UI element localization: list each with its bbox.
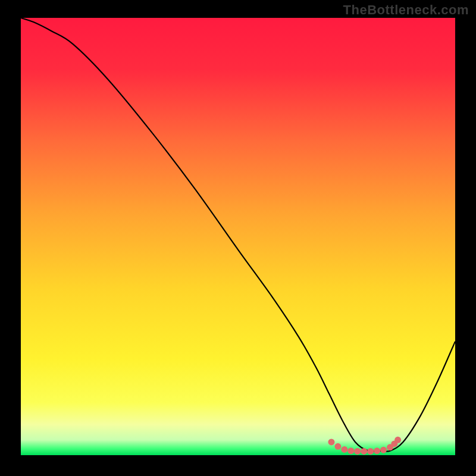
marker-dot bbox=[361, 448, 367, 455]
marker-dot bbox=[341, 446, 347, 453]
gradient-background bbox=[21, 18, 455, 455]
marker-dot bbox=[347, 447, 354, 454]
marker-dot bbox=[380, 447, 387, 453]
marker-dot bbox=[328, 439, 334, 445]
watermark-text: TheBottleneck.com bbox=[343, 2, 469, 18]
marker-dot bbox=[334, 443, 341, 450]
marker-dot bbox=[394, 437, 401, 443]
marker-dot bbox=[367, 448, 374, 455]
chart-frame: TheBottleneck.com bbox=[0, 0, 476, 476]
bottleneck-chart bbox=[0, 0, 476, 476]
marker-dot bbox=[374, 447, 380, 454]
marker-dot bbox=[354, 448, 361, 455]
